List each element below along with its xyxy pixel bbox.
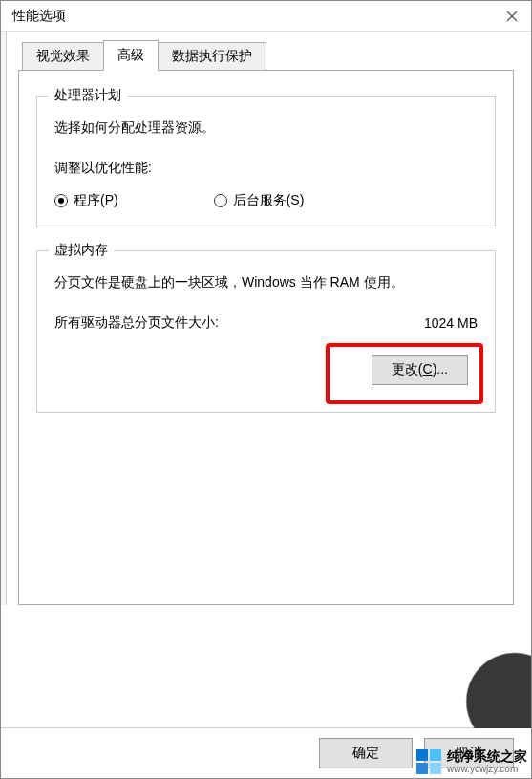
tab-panel-advanced: 处理器计划 选择如何分配处理器资源。 调整以优化性能: 程序(P) 后台服务(S… <box>18 70 514 605</box>
radio-background-label: 后台服务(S) <box>233 192 305 209</box>
close-icon <box>506 11 518 22</box>
radio-circle-icon <box>54 194 68 207</box>
radio-background[interactable]: 后台服务(S) <box>214 192 305 209</box>
ok-button[interactable]: 确定 <box>319 738 413 768</box>
watermark-text: 纯净系统之家 www.ycwjzy.com <box>447 749 527 774</box>
processor-description: 选择如何分配处理器资源。 <box>54 119 478 137</box>
performance-options-window: 性能选项 视觉效果 高级 数据执行保护 处理器计划 选择如何分配处理器资源。 <box>0 0 532 779</box>
watermark: 纯净系统之家 www.ycwjzy.com <box>416 749 527 774</box>
tab-visual-effects[interactable]: 视觉效果 <box>22 42 104 71</box>
close-button[interactable] <box>500 5 523 28</box>
paging-file-size-label: 所有驱动器总分页文件大小: <box>54 314 219 332</box>
change-button[interactable]: 更改(C)... <box>372 355 468 385</box>
virtual-memory-description: 分页文件是硬盘上的一块区域，Windows 当作 RAM 使用。 <box>54 274 478 292</box>
processor-scheduling-group: 处理器计划 选择如何分配处理器资源。 调整以优化性能: 程序(P) 后台服务(S… <box>36 96 496 227</box>
titlebar: 性能选项 <box>1 1 531 32</box>
window-title: 性能选项 <box>12 8 66 25</box>
paging-file-size-value: 1024 MB <box>424 315 478 331</box>
content-area: 视觉效果 高级 数据执行保护 处理器计划 选择如何分配处理器资源。 调整以优化性… <box>1 32 531 778</box>
radio-programs-label: 程序(P) <box>74 192 118 209</box>
radio-programs[interactable]: 程序(P) <box>54 192 118 209</box>
paging-file-size-row: 所有驱动器总分页文件大小: 1024 MB <box>54 314 478 332</box>
tab-advanced[interactable]: 高级 <box>103 40 159 71</box>
processor-radio-row: 程序(P) 后台服务(S) <box>54 192 478 209</box>
change-button-area: 更改(C)... <box>54 345 478 395</box>
watermark-logo-icon <box>416 749 441 774</box>
processor-group-title: 处理器计划 <box>49 87 127 104</box>
radio-dot-icon <box>58 198 64 204</box>
virtual-memory-group-title: 虚拟内存 <box>49 242 114 259</box>
virtual-memory-group: 虚拟内存 分页文件是硬盘上的一块区域，Windows 当作 RAM 使用。 所有… <box>36 250 496 413</box>
radio-circle-icon <box>214 194 227 207</box>
adjust-performance-label: 调整以优化性能: <box>54 160 478 177</box>
tab-strip: 视觉效果 高级 数据执行保护 <box>22 42 514 71</box>
tab-dep[interactable]: 数据执行保护 <box>158 42 266 71</box>
